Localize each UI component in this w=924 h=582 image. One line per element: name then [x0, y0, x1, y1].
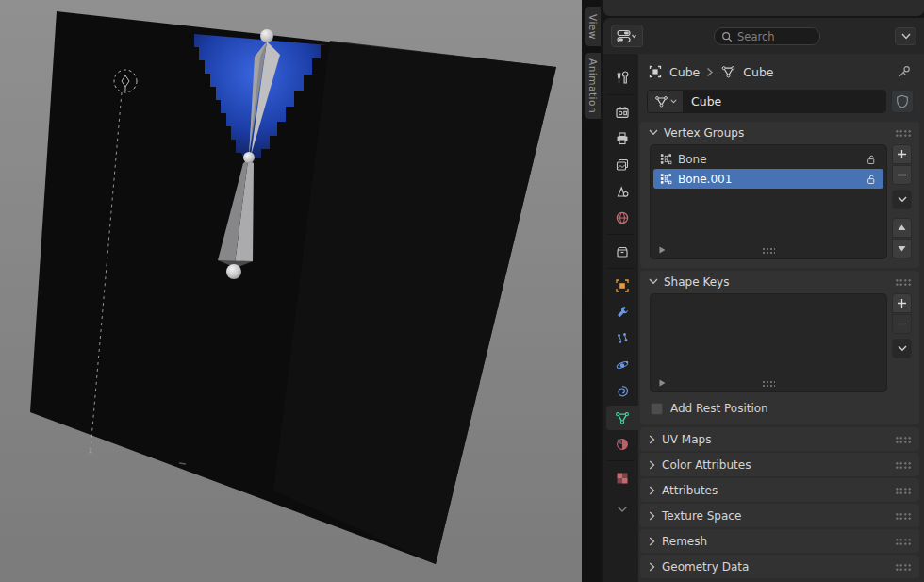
view-layer-icon	[615, 158, 630, 173]
browse-mesh-data-button[interactable]	[648, 91, 683, 112]
tool-icon	[615, 70, 630, 85]
tab-render[interactable]	[606, 100, 638, 125]
tab-object[interactable]	[606, 274, 638, 298]
editor-above-bottom-edge	[603, 0, 924, 16]
remove-vertex-group-button[interactable]	[892, 165, 912, 185]
list-resize-grip[interactable]	[762, 247, 775, 254]
bone-2-tail-sphere[interactable]	[226, 264, 241, 279]
panel-title: Vertex Groups	[664, 126, 889, 140]
tab-modifiers[interactable]	[606, 300, 638, 324]
vertex-group-specials-button[interactable]	[892, 190, 912, 209]
tab-collection[interactable]	[606, 240, 638, 264]
vertex-groups-list[interactable]: Bone	[650, 144, 887, 259]
region-tab-animation[interactable]: Animation	[585, 53, 601, 119]
mesh-data-icon	[720, 64, 736, 79]
shape-keys-list[interactable]	[650, 293, 887, 392]
panel-title: Shape Keys	[664, 275, 889, 289]
breadcrumb-object-name[interactable]: Cube	[669, 65, 700, 79]
panel-remesh[interactable]: Remesh	[640, 529, 919, 553]
minus-icon	[897, 170, 907, 180]
tab-constraints[interactable]	[606, 379, 638, 404]
panel-texture-space[interactable]: Texture Space	[640, 504, 919, 527]
panel-drag-handle[interactable]	[895, 278, 911, 286]
list-resize-grip[interactable]	[762, 380, 775, 387]
properties-tab-column	[603, 54, 638, 582]
particles-icon	[615, 331, 630, 346]
header-filter-dropdown[interactable]	[895, 27, 916, 45]
origin-point	[89, 450, 91, 453]
panel-drag-handle[interactable]	[895, 436, 911, 443]
search-icon	[721, 31, 733, 42]
properties-editor: Search	[601, 0, 924, 582]
lock-open-icon[interactable]	[865, 173, 877, 186]
panel-color-attributes[interactable]: Color Attributes	[640, 453, 919, 476]
tab-view-layer[interactable]	[606, 153, 638, 177]
panel-drag-handle[interactable]	[895, 129, 911, 137]
plus-icon	[897, 298, 907, 308]
bone-1-head-sphere[interactable]	[260, 29, 273, 42]
lock-open-icon[interactable]	[865, 153, 877, 166]
add-rest-position-row: Add Rest Position	[640, 401, 919, 424]
tab-texture[interactable]	[606, 466, 638, 491]
add-rest-position-checkbox[interactable]	[651, 403, 663, 415]
triangle-down-icon	[898, 245, 906, 252]
list-filter-toggle[interactable]	[659, 246, 666, 254]
vertex-group-icon	[660, 153, 672, 165]
add-vertex-group-button[interactable]	[892, 144, 912, 164]
breadcrumb-mesh-name[interactable]: Cube	[743, 65, 773, 79]
bone-joint-sphere[interactable]	[243, 152, 255, 163]
panel-drag-handle[interactable]	[895, 538, 911, 545]
tab-output[interactable]	[606, 126, 638, 151]
add-rest-position-label: Add Rest Position	[670, 402, 768, 415]
panel-drag-handle[interactable]	[895, 563, 911, 571]
panel-vertex-groups-header[interactable]: Vertex Groups	[640, 122, 919, 143]
tab-overflow-chevron[interactable]	[606, 497, 638, 522]
vertex-group-row-selected[interactable]: Bone.001	[653, 169, 883, 189]
vertex-group-row[interactable]: Bone	[653, 149, 883, 169]
chevron-down-icon	[898, 196, 907, 203]
3d-viewport[interactable]	[0, 0, 582, 582]
viewport-scene[interactable]	[0, 0, 582, 582]
pin-icon[interactable]	[897, 64, 912, 79]
collection-icon	[615, 244, 630, 259]
region-tab-view[interactable]: View	[585, 7, 601, 46]
tab-material[interactable]	[606, 432, 638, 457]
library-override-button[interactable]	[891, 90, 914, 113]
vertex-group-name: Bone.001	[678, 173, 859, 186]
object-icon	[615, 278, 630, 293]
shape-key-specials-button[interactable]	[892, 339, 912, 358]
panel-uv-maps[interactable]: UV Maps	[640, 427, 919, 451]
scene-icon	[615, 184, 630, 199]
search-input[interactable]: Search	[714, 27, 820, 45]
vertex-group-name: Bone	[678, 153, 859, 166]
tab-object-data[interactable]	[606, 406, 638, 430]
chevron-down-icon	[898, 345, 907, 352]
list-filter-toggle[interactable]	[659, 379, 666, 387]
triangle-up-icon	[898, 224, 906, 231]
panel-drag-handle[interactable]	[895, 512, 911, 520]
minus-icon	[897, 319, 907, 329]
tab-particles[interactable]	[606, 326, 638, 351]
panel-title: Remesh	[662, 535, 888, 548]
output-icon	[615, 131, 630, 146]
search-placeholder: Search	[737, 30, 775, 43]
add-shape-key-button[interactable]	[892, 293, 912, 313]
panel-drag-handle[interactable]	[895, 487, 911, 494]
texture-icon	[615, 471, 630, 486]
mesh-name-field[interactable]: Cube	[683, 91, 885, 112]
panel-title: Attributes	[662, 484, 888, 497]
tab-world[interactable]	[606, 206, 638, 230]
remove-shape-key-button-disabled[interactable]	[892, 314, 912, 334]
panel-drag-handle[interactable]	[895, 461, 911, 469]
panel-geometry-data[interactable]: Geometry Data	[640, 555, 919, 578]
move-vertex-group-up-button[interactable]	[892, 218, 912, 238]
editor-type-button[interactable]	[611, 25, 643, 47]
panel-vertex-groups: Vertex Groups	[640, 122, 919, 268]
tab-tool[interactable]	[606, 65, 638, 90]
move-vertex-group-down-button[interactable]	[892, 239, 912, 258]
tab-physics[interactable]	[606, 353, 638, 377]
modifier-wrench-icon	[615, 305, 630, 320]
panel-attributes[interactable]: Attributes	[640, 478, 919, 502]
tab-scene[interactable]	[606, 179, 638, 204]
panel-shape-keys-header[interactable]: Shape Keys	[640, 271, 919, 292]
